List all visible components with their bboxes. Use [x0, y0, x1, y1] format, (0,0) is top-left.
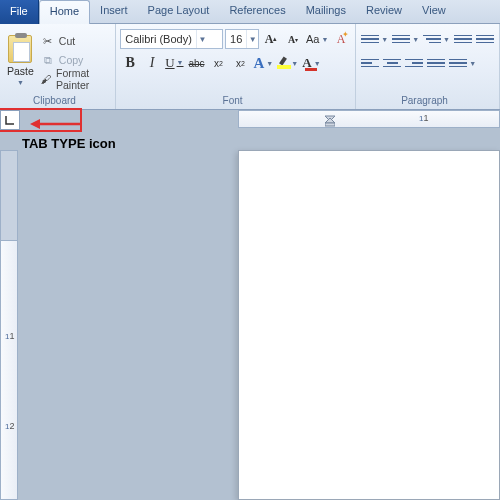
scissors-icon: ✂ — [41, 34, 55, 48]
font-color-button[interactable]: A▼ — [301, 53, 321, 73]
justify-button[interactable] — [426, 53, 446, 73]
change-case-button[interactable]: Aa▼ — [305, 29, 329, 49]
numbering-icon — [392, 30, 410, 48]
align-center-button[interactable] — [382, 53, 402, 73]
chevron-down-icon: ▼ — [246, 30, 258, 48]
svg-marker-1 — [30, 119, 40, 129]
copy-button[interactable]: ⧉ Copy — [41, 52, 111, 68]
workspace: TAB TYPE icon 1 1 2 3 — [0, 110, 500, 500]
chevron-down-icon: ▼ — [196, 30, 208, 48]
format-painter-label: Format Painter — [56, 67, 111, 91]
decrease-indent-button[interactable] — [453, 29, 473, 49]
svg-marker-3 — [325, 118, 335, 123]
bullets-icon — [361, 30, 379, 48]
grow-font-button[interactable]: A▴ — [261, 29, 281, 49]
text-effects-button[interactable]: A▼ — [253, 53, 275, 73]
tab-view[interactable]: View — [412, 0, 456, 24]
justify-icon — [427, 54, 445, 72]
ribbon: Paste ▼ ✂ Cut ⧉ Copy 🖌 Format Painter Cl… — [0, 24, 500, 110]
group-label-paragraph: Paragraph — [360, 94, 495, 108]
document-page[interactable] — [238, 150, 500, 500]
shrink-font-button[interactable]: A▾ — [283, 29, 303, 49]
clear-formatting-button[interactable]: A — [331, 29, 351, 49]
copy-label: Copy — [59, 54, 84, 66]
indent-marker-icon[interactable] — [325, 112, 335, 127]
group-label-clipboard: Clipboard — [4, 94, 111, 108]
paste-icon — [8, 35, 32, 63]
subscript-button[interactable]: x2 — [209, 53, 229, 73]
tab-insert[interactable]: Insert — [90, 0, 138, 24]
tab-home[interactable]: Home — [39, 0, 90, 24]
strikethrough-button[interactable]: abc — [187, 53, 207, 73]
annotation-arrow-icon — [30, 118, 82, 130]
increase-indent-button[interactable] — [475, 29, 495, 49]
bullets-button[interactable]: ▼ — [360, 29, 389, 49]
align-left-button[interactable] — [360, 53, 380, 73]
font-name-value: Calibri (Body) — [121, 33, 196, 45]
tab-type-selector[interactable] — [0, 110, 20, 130]
align-left-icon — [361, 54, 379, 72]
italic-button[interactable]: I — [142, 53, 162, 73]
superscript-button[interactable]: x2 — [231, 53, 251, 73]
tab-file[interactable]: File — [0, 0, 39, 24]
line-spacing-icon — [449, 54, 467, 72]
align-right-button[interactable] — [404, 53, 424, 73]
cut-button[interactable]: ✂ Cut — [41, 33, 111, 49]
ruler-number: 2 — [5, 421, 14, 431]
ribbon-tabs: File Home Insert Page Layout References … — [0, 0, 500, 24]
group-label-font: Font — [120, 94, 351, 108]
brush-icon: 🖌 — [41, 72, 52, 86]
numbering-button[interactable]: ▼ — [391, 29, 420, 49]
paste-button[interactable]: Paste ▼ — [4, 26, 37, 94]
bold-button[interactable]: B — [120, 53, 140, 73]
group-font: Calibri (Body) ▼ 16 ▼ A▴ A▾ Aa▼ A B I U▼ — [116, 24, 356, 109]
group-paragraph: ▼ ▼ ▼ ▼ Paragraph — [356, 24, 500, 109]
font-name-combo[interactable]: Calibri (Body) ▼ — [120, 29, 223, 49]
vertical-ruler[interactable]: 1 2 3 — [0, 150, 18, 500]
svg-rect-4 — [325, 123, 335, 126]
align-center-icon — [383, 54, 401, 72]
ruler-margin-area — [1, 151, 17, 241]
paste-label: Paste — [7, 65, 34, 77]
group-clipboard: Paste ▼ ✂ Cut ⧉ Copy 🖌 Format Painter Cl… — [0, 24, 116, 109]
font-size-value: 16 — [226, 33, 246, 45]
tab-page-layout[interactable]: Page Layout — [138, 0, 220, 24]
underline-button[interactable]: U▼ — [164, 53, 184, 73]
increase-indent-icon — [476, 30, 494, 48]
multilevel-icon — [423, 30, 441, 48]
cut-label: Cut — [59, 35, 75, 47]
highlight-button[interactable]: ▼ — [276, 53, 299, 73]
tab-references[interactable]: References — [219, 0, 295, 24]
copy-icon: ⧉ — [41, 53, 55, 67]
horizontal-ruler[interactable]: 1 — [238, 110, 500, 128]
highlight-icon — [277, 57, 289, 69]
annotation-text: TAB TYPE icon — [22, 136, 116, 151]
tab-mailings[interactable]: Mailings — [296, 0, 356, 24]
multilevel-button[interactable]: ▼ — [422, 29, 451, 49]
ruler-number: 1 — [419, 113, 428, 123]
decrease-indent-icon — [454, 30, 472, 48]
align-right-icon — [405, 54, 423, 72]
font-size-combo[interactable]: 16 ▼ — [225, 29, 259, 49]
tab-type-icon — [5, 115, 15, 125]
ruler-number: 1 — [5, 331, 14, 341]
line-spacing-button[interactable]: ▼ — [448, 53, 477, 73]
tab-review[interactable]: Review — [356, 0, 412, 24]
format-painter-button[interactable]: 🖌 Format Painter — [41, 71, 111, 87]
